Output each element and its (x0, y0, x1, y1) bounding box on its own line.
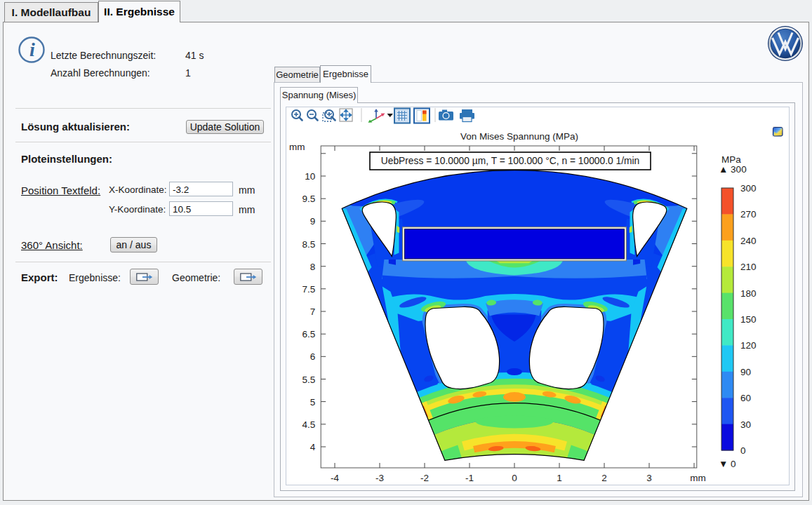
svg-text:7.5: 7.5 (302, 284, 315, 295)
svg-text:8: 8 (310, 262, 316, 272)
svg-text:60: 60 (740, 393, 751, 403)
svg-text:180: 180 (740, 288, 757, 299)
svg-text:4: 4 (310, 442, 316, 452)
svg-text:8.5: 8.5 (302, 239, 315, 250)
svg-text:5.5: 5.5 (302, 375, 315, 385)
svg-text:5: 5 (310, 397, 316, 408)
svg-text:MPa: MPa (721, 154, 741, 165)
svg-text:2: 2 (601, 473, 607, 483)
svg-text:-2: -2 (420, 473, 429, 483)
svg-text:9.5: 9.5 (302, 194, 315, 204)
svg-text:90: 90 (740, 367, 751, 377)
svg-text:mm: mm (289, 142, 305, 152)
svg-text:mm: mm (690, 473, 706, 483)
svg-text:▼ 0: ▼ 0 (719, 459, 736, 469)
svg-text:1: 1 (557, 473, 562, 483)
svg-text:▲ 300: ▲ 300 (719, 164, 747, 175)
svg-text:Von Mises Spannung (MPa): Von Mises Spannung (MPa) (460, 131, 578, 142)
svg-text:210: 210 (740, 262, 757, 272)
svg-text:30: 30 (740, 419, 751, 430)
svg-text:300: 300 (740, 183, 757, 194)
svg-text:-1: -1 (465, 473, 474, 483)
svg-text:120: 120 (740, 340, 757, 351)
svg-text:270: 270 (740, 209, 757, 220)
svg-text:150: 150 (740, 314, 757, 325)
svg-text:-3: -3 (375, 473, 384, 483)
svg-text:0: 0 (740, 445, 746, 456)
svg-text:7: 7 (310, 307, 316, 317)
svg-text:3: 3 (646, 473, 652, 483)
svg-text:UebPress = 10.0000 µm, T = 100: UebPress = 10.0000 µm, T = 100.000 °C, n… (381, 156, 639, 166)
svg-text:-4: -4 (331, 473, 339, 483)
svg-text:9: 9 (310, 216, 316, 227)
svg-text:0: 0 (512, 473, 517, 483)
svg-text:10: 10 (305, 171, 315, 182)
svg-text:6.5: 6.5 (302, 329, 315, 339)
svg-text:i: i (29, 39, 35, 60)
svg-text:4.5: 4.5 (302, 419, 315, 430)
svg-text:6: 6 (310, 351, 316, 362)
svg-text:240: 240 (740, 236, 757, 246)
